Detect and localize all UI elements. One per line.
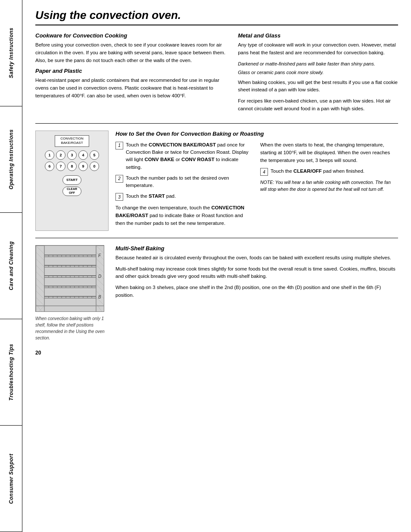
page-number: 20 [35, 350, 398, 356]
metal-heading: Metal and Glass [238, 32, 398, 39]
step-2-num: 2 [115, 175, 123, 183]
multi-shelf-text3: When baking on 3 shelves, place one shel… [115, 284, 398, 299]
multi-shelf-text1: Because heated air is circulated evenly … [115, 254, 398, 262]
shelf-diagram-wrap: F [35, 245, 109, 341]
metal-italic2: Glass or ceramic pans cook more slowly. [238, 69, 398, 76]
multi-shelf-text2: Multi-shelf baking may increase cook tim… [115, 265, 398, 281]
svg-text:B: B [98, 295, 101, 299]
step-3: 3 Touch the START pad. [115, 193, 253, 201]
oven-btn-5: 5 [90, 150, 99, 160]
step-4-num: 4 [260, 168, 268, 176]
metal-text1: Any type of cookware will work in your c… [238, 41, 398, 57]
step-1-num: 1 [115, 142, 123, 149]
oven-btn-2: 2 [56, 150, 65, 160]
step-2: 2 Touch the number pads to set the desir… [115, 174, 253, 190]
instructions-grid: 1 Touch the CONVECTION BAKE/ROAST pad on… [115, 141, 398, 231]
set-oven-heading: How to Set the Oven for Convection Bakin… [115, 131, 398, 137]
oven-diagram: CONVECTIONBAKE/ROAST 1 2 3 4 5 6 7 8 9 0… [35, 131, 109, 231]
conv-bake-label: CONV BAKE [144, 157, 174, 162]
metal-text3: For recipes like oven-baked chicken, use… [238, 97, 398, 113]
oven-row-bottom: 6 7 8 9 0 [45, 162, 99, 171]
shelf-diagram: F [35, 245, 104, 312]
right-text1: When the oven starts to heat, the changi… [260, 141, 398, 164]
note-text: NOTE: You will hear a fan while cooking … [260, 179, 398, 193]
oven-buttons: 1 2 3 4 5 6 7 8 9 0 [45, 150, 99, 171]
paper-text: Heat-resistant paper and plastic contain… [35, 77, 227, 100]
instructions-right: When the oven starts to heat, the changi… [260, 141, 398, 231]
sidebar-item-safety[interactable]: Safety Instructions [0, 0, 22, 106]
sidebar-item-care[interactable]: Care and Cleaning [0, 213, 22, 319]
clear-off-label: CLEAR/OFF [293, 168, 322, 174]
metal-text2: When baking cookies, you will get the be… [238, 79, 398, 94]
oven-btn-clear: CLEAROFF [62, 187, 81, 196]
paper-heading: Paper and Plastic [35, 68, 227, 74]
conv-bake-roast-label: CONVECTION BAKE/ROAST [149, 142, 216, 147]
oven-btn-1: 1 [45, 150, 54, 160]
sidebar-item-operating[interactable]: Operating Instructions [0, 106, 22, 213]
conv-roast-label: CONV ROAST [181, 157, 215, 162]
sidebar: Safety Instructions Operating Instructio… [0, 0, 22, 532]
change-temp-text: To change the oven temperature, touch th… [115, 204, 253, 227]
oven-row-top: 1 2 3 4 5 [45, 150, 99, 160]
metal-italic1: Darkened or matte-finished pans will bak… [238, 60, 398, 68]
cookware-heading: Cookware for Convection Cooking [35, 32, 227, 39]
cookware-left: Cookware for Convection Cooking Before u… [35, 32, 227, 116]
sidebar-item-consumer[interactable]: Consumer Support [0, 426, 22, 532]
set-oven-section: CONVECTIONBAKE/ROAST 1 2 3 4 5 6 7 8 9 0… [35, 131, 398, 238]
oven-btn-3: 3 [67, 150, 77, 160]
svg-rect-0 [36, 246, 104, 312]
step-1: 1 Touch the CONVECTION BAKE/ROAST pad on… [115, 141, 253, 171]
step-3-num: 3 [115, 193, 123, 201]
multi-shelf-content: Multi-Shelf Baking Because heated air is… [115, 245, 398, 341]
step-4-text: Touch the CLEAR/OFF pad when finished. [271, 168, 364, 175]
conv-bake-roast-label2: CONVECTION BAKE/ROAST [115, 205, 244, 218]
oven-btn-start: START [62, 175, 81, 185]
cookware-section: Cookware for Convection Cooking Before u… [35, 32, 398, 124]
multi-shelf-section: F [35, 245, 398, 341]
step-1-text: Touch the CONVECTION BAKE/ROAST pad once… [126, 141, 253, 171]
oven-btn-4: 4 [78, 150, 88, 160]
oven-btn-7: 7 [56, 162, 65, 171]
oven-btn-6: 6 [45, 162, 54, 171]
start-label: START [149, 193, 165, 199]
oven-rack-svg: F [36, 246, 104, 312]
sidebar-item-troubleshooting[interactable]: Troubleshooting Tips [0, 319, 22, 426]
oven-display-label: CONVECTIONBAKE/ROAST [55, 135, 89, 147]
oven-instructions: How to Set the Oven for Convection Bakin… [115, 131, 398, 231]
oven-btn-9: 9 [78, 162, 88, 171]
main-content: Using the convection oven. Cookware for … [22, 0, 411, 532]
step-3-text: Touch the START pad. [126, 193, 176, 200]
cookware-intro: Before using your convection oven, check… [35, 41, 227, 64]
svg-text:D: D [98, 274, 101, 279]
oven-btn-8: 8 [67, 162, 77, 171]
instructions-left: 1 Touch the CONVECTION BAKE/ROAST pad on… [115, 141, 253, 231]
step-4: 4 Touch the CLEAR/OFF pad when finished. [260, 168, 398, 176]
oven-btn-0: 0 [90, 162, 99, 171]
multi-shelf-heading: Multi-Shelf Baking [115, 245, 398, 252]
step-2-text: Touch the number pads to set the desired… [126, 174, 253, 190]
page-title: Using the convection oven. [35, 9, 398, 25]
cookware-right: Metal and Glass Any type of cookware wil… [238, 32, 398, 116]
svg-text:F: F [98, 253, 101, 258]
shelf-caption: When convection baking with only 1 shelf… [35, 315, 109, 341]
